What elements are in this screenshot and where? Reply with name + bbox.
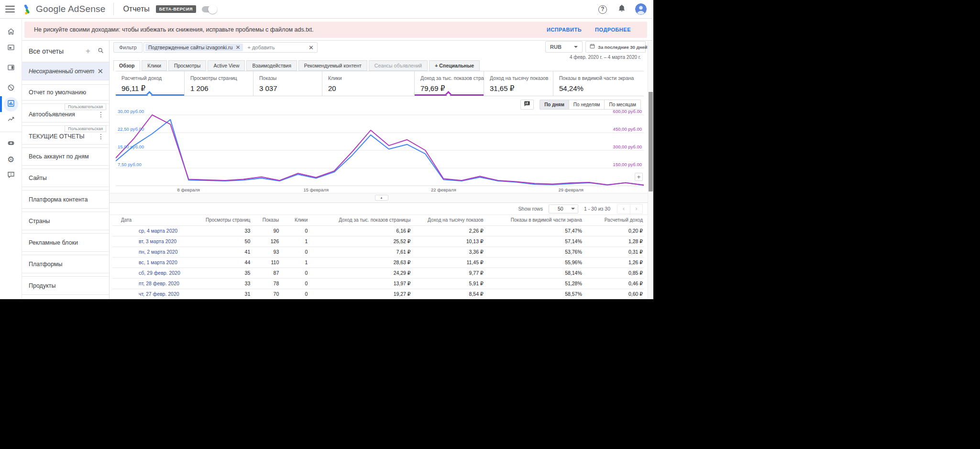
help-icon[interactable]: ? bbox=[597, 4, 608, 14]
table-cell: чт, 27 февр. 2020 bbox=[112, 289, 194, 299]
sidebar-item-unsaved-report[interactable]: Несохраненный отчет ✕ bbox=[22, 62, 109, 80]
granularity-button[interactable]: По неделям bbox=[569, 100, 605, 110]
table-cell: 53,76% bbox=[484, 247, 583, 257]
rail-feedback[interactable] bbox=[0, 168, 22, 183]
sidebar-item-platforms[interactable]: Платформы bbox=[22, 255, 109, 273]
zoom-plus-icon[interactable]: + bbox=[635, 173, 643, 181]
table-cell: 78 bbox=[251, 278, 280, 289]
sidebar-item-content-platform[interactable]: Платформа контента bbox=[22, 190, 109, 209]
table-cell: вс, 1 марта 2020 bbox=[112, 257, 194, 268]
card-impression-rpm[interactable]: Доход на тысячу показов31,65 ₽ bbox=[484, 71, 553, 96]
filter-button[interactable]: Фильтр bbox=[113, 42, 143, 53]
filter-row: Фильтр Подтвержденные сайты izvagonki.ru… bbox=[110, 41, 653, 55]
rail-settings[interactable]: ⚙ bbox=[0, 152, 22, 168]
tab-взаимодействия[interactable]: Взаимодействия bbox=[246, 60, 297, 71]
add-filter-placeholder[interactable]: + добавить bbox=[247, 45, 275, 50]
table-cell: 13,97 ₽ bbox=[308, 278, 411, 289]
table-cell: сб, 29 февр. 2020 bbox=[112, 268, 194, 278]
collapse-table-button[interactable]: ▲ bbox=[375, 195, 388, 201]
date-range-select[interactable]: За последние 30 дней bbox=[585, 41, 646, 53]
column-header[interactable]: Клики bbox=[280, 215, 308, 225]
chart-panel: По днямПо неделямПо месяцам + 30,00 руб.… bbox=[110, 96, 653, 193]
table-cell: 11,45 ₽ bbox=[412, 257, 484, 268]
table-cell: 0 bbox=[280, 247, 308, 257]
prev-page-button[interactable]: ‹ bbox=[617, 204, 630, 213]
sidebar-item-account-by-day[interactable]: Весь аккаунт по дням bbox=[22, 147, 109, 166]
tab--специальные[interactable]: + Специальные bbox=[429, 60, 480, 71]
scrollbar-thumb[interactable] bbox=[649, 92, 653, 191]
clear-filters-icon[interactable]: ✕ bbox=[308, 44, 314, 51]
granularity-button[interactable]: По дням bbox=[540, 100, 569, 110]
filter-chip[interactable]: Подтвержденные сайты izvagonki.ru ✕ bbox=[145, 44, 243, 51]
card-impressions[interactable]: Показы3 037 bbox=[253, 71, 322, 96]
card-page-rpm[interactable]: Доход за тыс. показов страницы79,69 ₽ bbox=[415, 71, 484, 96]
card-page-views[interactable]: Просмотры страниц1 206 bbox=[185, 71, 253, 96]
sidebar-item-current-reports[interactable]: Пользовательская ТЕКУЩИЕ ОТЧЕТЫ ⋮ bbox=[22, 125, 109, 145]
granularity-button[interactable]: По месяцам bbox=[605, 100, 641, 110]
card-active-view[interactable]: Показы в видимой части экрана54,24% bbox=[553, 71, 644, 96]
tab-обзор[interactable]: Обзор bbox=[113, 60, 140, 71]
chart-type-button[interactable] bbox=[520, 100, 534, 110]
table-row: пн, 2 марта 2020419307,61 ₽3,36 ₽53,76%0… bbox=[112, 247, 644, 257]
card-clicks[interactable]: Клики20 bbox=[322, 71, 415, 96]
table-cell: 24,29 ₽ bbox=[308, 268, 411, 278]
search-icon[interactable] bbox=[97, 47, 104, 56]
card-estimated-earnings[interactable]: Расчетный доход96,11 ₽ bbox=[116, 71, 185, 96]
tab-просмотры[interactable]: Просмотры bbox=[168, 60, 207, 71]
table-cell: 35 bbox=[194, 268, 251, 278]
column-header[interactable]: Показы в видимой части экрана bbox=[484, 215, 583, 225]
rail-ads[interactable] bbox=[0, 40, 22, 56]
notifications-icon[interactable] bbox=[616, 4, 628, 14]
sidebar-item-ad-units[interactable]: Рекламные блоки bbox=[22, 233, 109, 252]
close-icon[interactable]: ✕ bbox=[97, 67, 103, 76]
table-cell: 0,31 ₽ bbox=[583, 247, 644, 257]
table-cell: 2,26 ₽ bbox=[412, 225, 484, 236]
screen: Google AdSense Отчеты БЕТА-ВЕРСИЯ ? ⚙ bbox=[0, 0, 980, 449]
table-cell: пн, 2 марта 2020 bbox=[112, 247, 194, 257]
rail-reports[interactable] bbox=[0, 96, 22, 112]
add-report-icon[interactable]: + bbox=[86, 46, 90, 56]
blocking-icon bbox=[7, 83, 15, 94]
rail-home[interactable] bbox=[0, 24, 22, 40]
column-header[interactable]: Расчетный доход bbox=[583, 215, 644, 225]
sidebar-item-default-report[interactable]: Отчет по умолчанию bbox=[22, 84, 109, 101]
next-page-button[interactable]: › bbox=[630, 204, 642, 213]
kebab-menu-icon[interactable]: ⋮ bbox=[98, 111, 104, 118]
fix-link[interactable]: ИСПРАВИТЬ bbox=[547, 27, 582, 33]
tab-active-view[interactable]: Active View bbox=[208, 60, 245, 71]
column-header[interactable]: Доход на тысячу показов bbox=[412, 215, 484, 225]
learn-more-link[interactable]: ПОДРОБНЕЕ bbox=[595, 27, 631, 33]
kebab-menu-icon[interactable]: ⋮ bbox=[98, 133, 104, 140]
menu-icon[interactable] bbox=[5, 6, 15, 12]
vertical-scrollbar[interactable] bbox=[648, 41, 653, 299]
chart-plot bbox=[116, 109, 644, 187]
rows-per-page-select[interactable]: 50 bbox=[549, 204, 578, 213]
rail-blocking[interactable] bbox=[0, 80, 22, 96]
column-header[interactable]: Показы bbox=[251, 215, 280, 225]
optimization-icon bbox=[7, 115, 15, 125]
payments-icon bbox=[7, 139, 15, 149]
table-cell: 0 bbox=[280, 225, 308, 236]
tab-клики[interactable]: Клики bbox=[142, 60, 167, 71]
column-header[interactable]: Доход за тыс. показов страницы bbox=[308, 215, 411, 225]
tab-рекомендуемый-контент[interactable]: Рекомендуемый контент bbox=[298, 60, 367, 71]
column-header[interactable]: Дата bbox=[112, 215, 194, 225]
sidebar-item-auto-ads[interactable]: Пользовательская Автообъявления ⋮ bbox=[22, 103, 109, 123]
rail-sites[interactable] bbox=[0, 60, 22, 76]
sidebar-item-products[interactable]: Продукты bbox=[22, 276, 109, 295]
column-header[interactable]: Просмотры страниц bbox=[194, 215, 251, 225]
filter-input[interactable]: Подтвержденные сайты izvagonki.ru ✕ + до… bbox=[143, 42, 318, 53]
avatar[interactable] bbox=[635, 3, 647, 15]
table-cell: 70 bbox=[251, 289, 280, 299]
beta-toggle[interactable] bbox=[202, 6, 216, 12]
rail-optimization[interactable] bbox=[0, 112, 22, 128]
table-row: ср, 4 марта 2020339006,16 ₽2,26 ₽57,47%0… bbox=[112, 225, 644, 236]
table-cell: пт, 28 февр. 2020 bbox=[112, 278, 194, 289]
rail-payments[interactable] bbox=[0, 136, 22, 152]
chip-remove-icon[interactable]: ✕ bbox=[235, 44, 240, 51]
left-axis-label: 30,00 руб.00 bbox=[118, 109, 144, 114]
table-header-row: ДатаПросмотры страницПоказыКликиДоход за… bbox=[112, 215, 644, 225]
sidebar-item-sites[interactable]: Сайты bbox=[22, 168, 109, 187]
sidebar-item-countries[interactable]: Страны bbox=[22, 212, 109, 230]
currency-select[interactable]: RUB bbox=[545, 41, 583, 53]
